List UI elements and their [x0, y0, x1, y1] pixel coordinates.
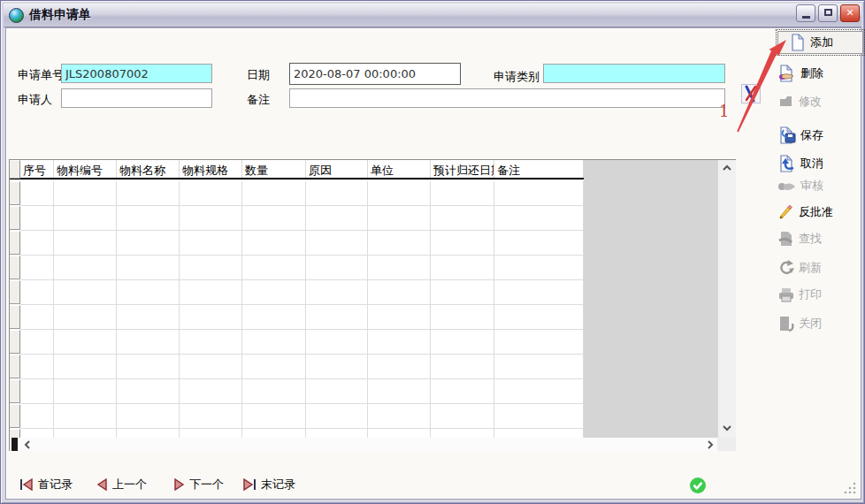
table-cell[interactable] [117, 355, 180, 378]
table-cell[interactable] [54, 206, 117, 230]
table-cell[interactable] [431, 429, 494, 438]
table-cell[interactable] [306, 231, 368, 255]
table-cell[interactable] [242, 181, 306, 205]
table-cell[interactable] [494, 181, 584, 205]
table-cell[interactable] [306, 206, 368, 230]
row-header-cell[interactable] [10, 181, 20, 205]
table-cell[interactable] [368, 429, 431, 438]
table-cell[interactable] [431, 206, 494, 230]
table-cell[interactable] [494, 206, 584, 230]
sidebar-button-3[interactable]: 修改 [777, 91, 863, 112]
table-cell[interactable] [180, 379, 242, 403]
table-cell[interactable] [20, 355, 54, 378]
table-cell[interactable] [431, 256, 494, 279]
table-cell[interactable] [306, 429, 368, 438]
table-cell[interactable] [494, 379, 584, 403]
table-cell[interactable] [20, 280, 54, 304]
row-header-cell[interactable] [10, 429, 20, 438]
table-cell[interactable] [431, 379, 494, 403]
table-cell[interactable] [306, 181, 368, 205]
app-no-field[interactable] [61, 64, 212, 83]
table-cell[interactable] [54, 256, 117, 279]
resize-grip-icon[interactable] [843, 481, 857, 496]
table-row[interactable] [20, 181, 584, 206]
table-cell[interactable] [306, 280, 368, 304]
table-cell[interactable] [368, 355, 431, 378]
table-cell[interactable] [20, 231, 54, 255]
table-cell[interactable] [368, 330, 431, 354]
table-cell[interactable] [20, 404, 54, 428]
table-cell[interactable] [494, 231, 584, 255]
record-nav-2[interactable]: 上一个 [96, 476, 147, 493]
table-cell[interactable] [180, 280, 242, 304]
sidebar-button-6[interactable]: 审核 [777, 175, 863, 196]
sidebar-button-8[interactable]: 查找 [777, 228, 863, 249]
table-cell[interactable] [242, 206, 306, 230]
row-header-cell[interactable] [10, 256, 20, 279]
table-cell[interactable] [180, 256, 242, 279]
sidebar-button-9[interactable]: 刷新 [777, 257, 863, 279]
table-cell[interactable] [431, 231, 494, 255]
table-row[interactable] [20, 305, 584, 330]
row-header-cell[interactable] [10, 330, 20, 354]
record-nav-3[interactable]: 下一个 [173, 476, 224, 493]
table-cell[interactable] [180, 404, 242, 428]
row-header-cell[interactable] [10, 305, 20, 329]
table-cell[interactable] [54, 330, 117, 354]
table-cell[interactable] [494, 280, 584, 304]
table-cell[interactable] [117, 181, 180, 205]
table-cell[interactable] [431, 280, 494, 304]
scroll-down-icon[interactable] [723, 424, 731, 433]
sidebar-button-1[interactable]: 添加 [777, 31, 863, 54]
horizontal-scrollbar[interactable] [10, 438, 717, 451]
table-cell[interactable] [20, 181, 54, 205]
row-header-cell[interactable] [10, 404, 20, 428]
table-cell[interactable] [117, 429, 180, 438]
table-cell[interactable] [20, 206, 54, 230]
table-cell[interactable] [180, 305, 242, 329]
table-cell[interactable] [117, 330, 180, 354]
minimize-button[interactable] [796, 4, 815, 22]
table-cell[interactable] [54, 231, 117, 255]
table-cell[interactable] [494, 256, 584, 279]
table-cell[interactable] [180, 206, 242, 230]
table-cell[interactable] [54, 305, 117, 329]
table-cell[interactable] [494, 355, 584, 378]
applicant-field[interactable] [61, 88, 212, 108]
cross-tools-icon[interactable] [741, 84, 761, 103]
sidebar-button-4[interactable]: 保存 [777, 125, 863, 146]
table-cell[interactable] [180, 429, 242, 438]
table-cell[interactable] [368, 305, 431, 329]
sidebar-button-5[interactable]: 取消 [777, 153, 863, 174]
table-row[interactable] [20, 231, 584, 256]
table-cell[interactable] [368, 231, 431, 255]
table-cell[interactable] [117, 404, 180, 428]
vertical-scrollbar[interactable] [717, 160, 736, 438]
table-row[interactable] [20, 330, 584, 355]
table-cell[interactable] [242, 379, 306, 403]
row-header-cell[interactable] [10, 355, 20, 378]
table-cell[interactable] [117, 206, 180, 230]
sidebar-button-11[interactable]: 关闭 [777, 313, 863, 334]
table-cell[interactable] [306, 404, 368, 428]
table-cell[interactable] [431, 330, 494, 354]
table-cell[interactable] [242, 280, 306, 304]
remark-field[interactable] [289, 88, 725, 108]
table-cell[interactable] [494, 305, 584, 329]
record-nav-4[interactable]: 末记录 [242, 476, 295, 493]
table-cell[interactable] [54, 429, 117, 438]
scroll-left-icon[interactable] [24, 440, 31, 451]
table-cell[interactable] [180, 181, 242, 205]
table-cell[interactable] [368, 256, 431, 279]
table-cell[interactable] [306, 355, 368, 378]
table-cell[interactable] [54, 181, 117, 205]
table-cell[interactable] [180, 355, 242, 378]
table-cell[interactable] [20, 305, 54, 329]
table-cell[interactable] [431, 305, 494, 329]
table-cell[interactable] [242, 330, 306, 354]
close-button[interactable]: ✕ [840, 4, 860, 22]
category-field[interactable] [543, 64, 725, 83]
table-cell[interactable] [306, 256, 368, 279]
table-row[interactable] [20, 256, 584, 280]
table-cell[interactable] [431, 404, 494, 428]
